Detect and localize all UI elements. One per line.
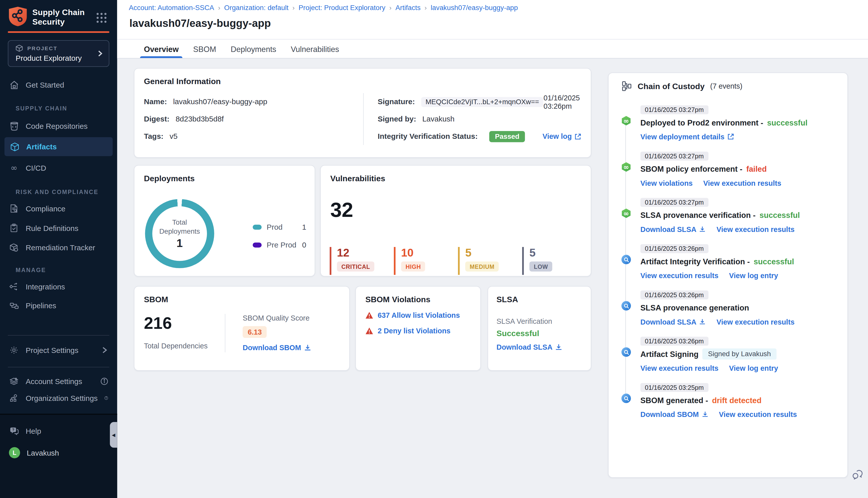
severity-high: 10 HIGH [394, 247, 458, 275]
signature-label: Signature: [378, 97, 415, 106]
module-switcher-icon[interactable] [96, 12, 107, 23]
view-execution-results-link[interactable]: View execution results [703, 179, 781, 187]
card-title: Vulnerabilities [330, 174, 581, 183]
card-title: SBOM Violations [365, 295, 471, 304]
view-execution-results-link[interactable]: View execution results [640, 364, 718, 372]
download-icon [304, 344, 311, 351]
sidebar-item-label: Rule Definitions [26, 224, 78, 232]
sidebar-item-artifacts[interactable]: Artifacts [4, 137, 113, 156]
sidebar-item-label: Remediation Tracker [26, 244, 95, 252]
sidebar-divider [8, 367, 109, 367]
sidebar-item-cicd[interactable]: ∞ CI/CD [9, 160, 108, 175]
breadcrumb-organization[interactable]: Organization: default [224, 4, 288, 12]
view-log-link[interactable]: View log [543, 132, 581, 140]
org-hierarchy-gear-icon [9, 393, 19, 403]
event-status: successful [760, 211, 800, 220]
view-log-entry-link[interactable]: View log entry [729, 271, 778, 280]
pipeline-event-icon: ∞ [621, 162, 631, 172]
sidebar-item-remediation-tracker[interactable]: Remediation Tracker [9, 240, 108, 255]
deny-list-violations-link[interactable]: 2 Deny list Violations [378, 327, 451, 335]
slsa-card: SLSA SLSA Verification Successful Downlo… [488, 286, 591, 371]
breadcrumb-artifact-name[interactable]: lavakush07/easy-buggy-app [431, 4, 518, 12]
sidebar-item-organization-settings[interactable]: Organization Settings [9, 390, 108, 406]
chevron-right-icon [96, 50, 103, 57]
breadcrumb-account[interactable]: Account: Automation-SSCA [129, 4, 214, 12]
event-title: Artifact Integrity Verification - [640, 257, 750, 266]
digest-label: Digest: [144, 115, 170, 123]
sidebar-item-get-started[interactable]: Get Started [9, 77, 108, 93]
sidebar-item-account-settings[interactable]: Account Settings [9, 374, 108, 389]
breadcrumb-separator: › [425, 4, 427, 12]
external-link-icon [727, 133, 734, 140]
integrations-icon [9, 281, 19, 292]
sidebar-item-label: Organization Settings [26, 394, 98, 402]
event-title: SBOM generated - [640, 396, 708, 405]
download-slsa-link[interactable]: Download SLSA [640, 225, 706, 233]
compliance-doc-icon [9, 204, 19, 214]
sidebar-item-compliance[interactable]: Compliance [9, 201, 108, 217]
scan-event-icon [621, 301, 631, 311]
prod-color-swatch [252, 224, 262, 230]
sidebar-item-project-settings[interactable]: Project Settings [9, 342, 108, 358]
sidebar-collapse-handle[interactable]: ◀ [110, 422, 117, 447]
legend-label: Pre Prod [267, 240, 296, 249]
tab-sbom[interactable]: SBOM [193, 40, 216, 58]
brand-accent-rule [8, 31, 109, 33]
quality-score-label: SBOM Quality Score [243, 314, 339, 322]
sidebar-item-label: Get Started [26, 81, 64, 89]
signed-by-value: Lavakush [422, 115, 454, 123]
download-slsa-link[interactable]: Download SLSA [640, 317, 706, 326]
layers-gear-icon [9, 376, 19, 386]
sidebar-item-rule-definitions[interactable]: Rule Definitions [9, 220, 108, 236]
signature-value-chip[interactable]: MEQCICde2VjIT...bL+2+mqnOXw== [421, 97, 544, 107]
download-icon [702, 411, 709, 418]
custody-event: 01/16/2025 03:26pm Artifact Signing Sign… [621, 336, 836, 373]
sidebar-item-code-repositories[interactable]: Code Repositories [9, 118, 108, 134]
signed-by-chip: Signed by Lavakush [702, 349, 777, 359]
sidebar-item-pipelines[interactable]: Pipelines [9, 298, 108, 313]
slsa-verification-status: Successful [496, 329, 582, 338]
tags-value: v5 [170, 132, 178, 140]
view-log-entry-link[interactable]: View log entry [729, 364, 778, 372]
user-name: Lavakush [27, 448, 59, 457]
project-label: PROJECT [27, 45, 57, 51]
download-sbom-link[interactable]: Download SBOM [640, 410, 708, 418]
view-deployment-details-link[interactable]: View deployment details [640, 132, 734, 141]
view-execution-results-link[interactable]: View execution results [716, 317, 795, 326]
warning-icon [365, 312, 373, 319]
event-timestamp: 01/16/2025 03:27pm [640, 152, 708, 161]
download-sbom-link[interactable]: Download SBOM [243, 343, 311, 352]
project-selector[interactable]: PROJECT Product Exploratory [8, 40, 109, 67]
view-execution-results-link[interactable]: View execution results [716, 225, 795, 233]
tab-overview[interactable]: Overview [144, 40, 179, 58]
sidebar-item-help[interactable]: ? Help [9, 423, 108, 439]
signed-by-label: Signed by: [378, 115, 416, 123]
view-violations-link[interactable]: View violations [640, 179, 693, 187]
tab-deployments[interactable]: Deployments [231, 40, 276, 58]
deployments-legend: Prod 1 Pre Prod 0 [252, 221, 306, 257]
view-execution-results-link[interactable]: View execution results [719, 410, 797, 418]
tab-bar: Overview SBOM Deployments Vulnerabilitie… [117, 40, 868, 59]
info-icon [104, 394, 108, 402]
sidebar-item-integrations[interactable]: Integrations [9, 279, 108, 294]
download-slsa-link[interactable]: Download SLSA [496, 343, 562, 351]
sidebar-item-label: Help [26, 427, 41, 435]
tab-vulnerabilities[interactable]: Vulnerabilities [291, 40, 339, 58]
view-execution-results-link[interactable]: View execution results [640, 271, 718, 280]
breadcrumb-artifacts[interactable]: Artifacts [395, 4, 420, 12]
events-count: (7 events) [710, 82, 742, 90]
breadcrumb-separator: › [218, 4, 220, 12]
breadcrumb-separator: › [389, 4, 391, 12]
breadcrumb-project[interactable]: Project: Product Exploratory [299, 4, 386, 12]
support-chat-icon[interactable] [852, 469, 863, 480]
sbom-quality: SBOM Quality Score 6.13 Download SBOM [225, 314, 340, 352]
chain-of-custody-header: Chain of Custody (7 events) [621, 81, 836, 91]
sidebar-user[interactable]: L Lavakush [9, 445, 108, 460]
event-status: failed [746, 165, 766, 173]
custody-event: 01/16/2025 03:26pm Artifact Integrity Ve… [621, 243, 836, 280]
user-avatar: L [9, 447, 20, 458]
page-title: lavakush07/easy-buggy-app [129, 17, 271, 30]
home-icon [9, 80, 19, 90]
sidebar-item-label: Artifacts [26, 142, 57, 150]
allow-list-violations-link[interactable]: 637 Allow list Violations [378, 311, 460, 319]
